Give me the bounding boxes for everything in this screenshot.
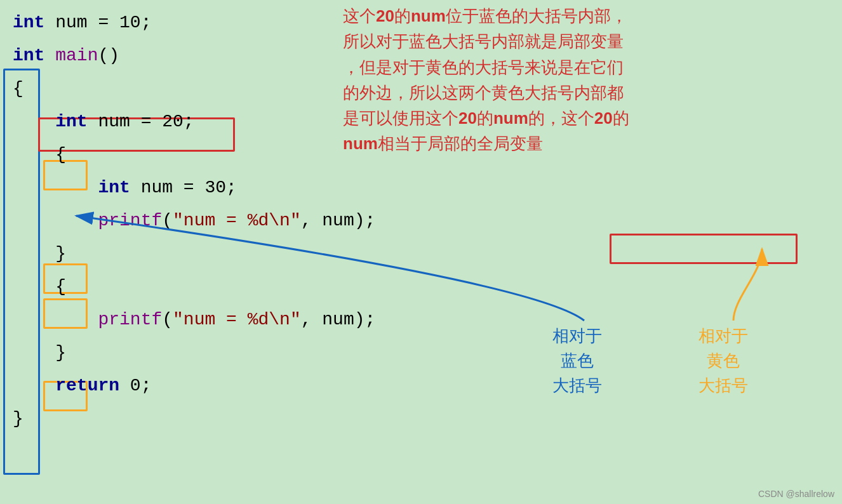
code-line-11: } [13, 336, 375, 369]
code-line-7: printf("num = %d\n", num); [13, 204, 375, 237]
code-line-3: { [13, 72, 375, 105]
label-blue-line2: 蓝色 [561, 351, 594, 370]
code-line-2: int main() [13, 39, 375, 72]
code-line-4: int num = 20; [13, 105, 375, 138]
kw-int-2: int [13, 46, 44, 65]
kw-int-3: int [55, 112, 87, 131]
kw-int-1: int [13, 13, 44, 32]
highlight-quanju [610, 234, 798, 264]
code-line-8: } [13, 237, 375, 270]
fn-printf-1: printf [98, 211, 162, 230]
code-line-6: int num = 30; [13, 171, 375, 204]
label-yellow-line2: 黄色 [707, 351, 740, 370]
kw-return: return [55, 376, 119, 395]
code-line-1: int num = 10; [13, 6, 375, 39]
code-line-13: } [13, 402, 375, 435]
label-blue-line1: 相对于 [552, 326, 602, 345]
annotation-text: 这个20的num位于蓝色的大括号内部， 所以对于蓝色大括号内部就是局部变量 ，但… [343, 3, 813, 157]
label-yellow: 相对于 黄色 大括号 [698, 324, 748, 398]
code-line-10: printf("num = %d\n", num); [13, 303, 375, 336]
label-yellow-line1: 相对于 [698, 326, 748, 345]
code-line-5: { [13, 138, 375, 171]
fn-main: main [55, 46, 98, 65]
fn-printf-2: printf [98, 310, 162, 329]
label-yellow-line3: 大括号 [698, 376, 748, 395]
code-line-12: return 0; [13, 369, 375, 402]
kw-int-4: int [98, 178, 130, 197]
watermark: CSDN @shallrelow [758, 489, 834, 499]
label-blue-line3: 大括号 [552, 376, 602, 395]
code-display: int num = 10; int main() { int num = 20;… [0, 0, 388, 442]
code-line-9: { [13, 270, 375, 303]
label-blue: 相对于 蓝色 大括号 [552, 324, 602, 398]
